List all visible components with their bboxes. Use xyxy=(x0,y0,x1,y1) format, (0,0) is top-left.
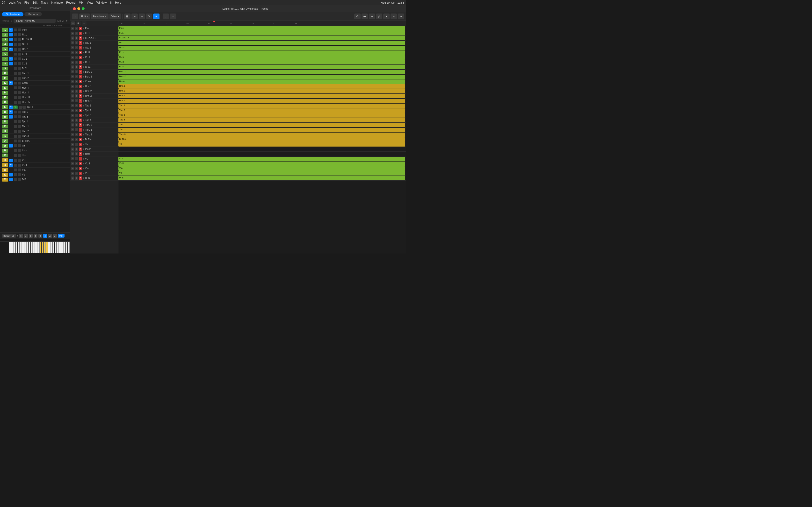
rec-btn-29[interactable]: R xyxy=(79,167,82,170)
num-1[interactable]: 1 xyxy=(53,234,57,238)
solo-btn-28[interactable]: S xyxy=(75,162,78,165)
div-track-6[interactable]: 6 E. H. xyxy=(0,52,70,56)
track-t-btn-17[interactable]: T xyxy=(9,106,13,109)
num-8[interactable]: 8 xyxy=(19,234,23,238)
white-key-19[interactable] xyxy=(50,242,52,253)
mute-btn-14[interactable]: M xyxy=(71,95,74,98)
div-track-22[interactable]: 22 Tbn. 2 xyxy=(0,129,70,134)
white-key-24[interactable] xyxy=(61,242,63,253)
menu-navigate[interactable]: Navigate xyxy=(51,1,63,4)
clip-12[interactable]: Hrn. 1 xyxy=(118,84,405,89)
rec-btn-24[interactable]: R xyxy=(79,143,82,146)
menu-track[interactable]: Track xyxy=(41,1,48,4)
solo-btn-12[interactable]: S xyxy=(75,85,78,88)
rec-btn-6[interactable]: R xyxy=(79,56,82,59)
white-key-10[interactable] xyxy=(31,242,33,253)
div-track-29[interactable]: 29T Vl. II xyxy=(0,163,70,168)
mute-btn-11[interactable]: M xyxy=(71,80,74,83)
white-key-1[interactable] xyxy=(11,242,13,253)
rec-btn-19[interactable]: R xyxy=(79,119,82,122)
clip-16[interactable]: Tpt. 1 xyxy=(118,104,405,108)
clip-29[interactable]: Vla. xyxy=(118,166,405,171)
div-track-9[interactable]: 9 B. Cl. xyxy=(0,66,70,71)
clip-31[interactable]: D. B. xyxy=(118,176,405,180)
mute-btn-15[interactable]: M xyxy=(71,99,74,102)
solo-btn-7[interactable]: S xyxy=(75,61,78,64)
div-track-23[interactable]: 23 Tbn. 3 xyxy=(0,134,70,138)
solo-btn-4[interactable]: S xyxy=(75,46,78,49)
rec-btn-11[interactable]: R xyxy=(79,80,82,83)
track-t-btn-29[interactable]: T xyxy=(9,163,13,167)
num-4[interactable]: 4 xyxy=(39,234,42,238)
mute-btn-9[interactable]: M xyxy=(71,70,74,73)
white-key-21[interactable] xyxy=(55,242,57,253)
back-skip-btn[interactable]: ⏮ xyxy=(361,13,368,19)
solo-btn-17[interactable]: S xyxy=(75,109,78,112)
add-track-btn[interactable]: + xyxy=(71,21,75,25)
clip-20[interactable]: Tbn. 1 xyxy=(118,123,405,127)
pencil-tool-btn[interactable]: ✏ xyxy=(139,13,145,19)
div-track-31[interactable]: 31T Vc. xyxy=(0,172,70,177)
clip-0[interactable]: Picc. xyxy=(118,26,405,31)
div-track-24[interactable]: 24 B. Tbn. xyxy=(0,138,70,144)
white-key-23[interactable] xyxy=(59,242,61,253)
clip-14[interactable]: Hrn. 3 xyxy=(118,94,405,98)
div-track-1[interactable]: 1T Picc. xyxy=(0,27,70,32)
solo-btn-25[interactable]: S xyxy=(75,148,78,151)
solo-btn-13[interactable]: S xyxy=(75,90,78,93)
solo-btn-18[interactable]: S xyxy=(75,114,78,117)
white-key-13[interactable] xyxy=(37,242,39,253)
clip-2[interactable]: Fl. 2/A. Fl. xyxy=(118,36,405,40)
track-t-btn-5[interactable]: T xyxy=(9,48,13,51)
menu-record[interactable]: Record xyxy=(66,1,75,4)
mute-btn-16[interactable]: M xyxy=(71,104,74,107)
clip-18[interactable]: Tpt. 3 xyxy=(118,113,405,118)
white-key-14[interactable] xyxy=(39,242,41,253)
div-track-20[interactable]: 20 Tpt. 4 xyxy=(0,119,70,124)
preset-name[interactable]: Island Theme 02 xyxy=(13,19,56,23)
tab-orchestrate[interactable]: Orchestrate xyxy=(2,12,23,16)
track-tr-btn-17[interactable]: TR xyxy=(13,106,18,109)
white-key-26[interactable] xyxy=(65,242,67,253)
div-track-30[interactable]: 30 Vla. xyxy=(0,168,70,172)
mute-btn-17[interactable]: M xyxy=(71,109,74,112)
div-track-19[interactable]: 19T Tpt. 3 xyxy=(0,114,70,119)
white-key-12[interactable] xyxy=(35,242,37,253)
rec-btn-31[interactable]: R xyxy=(79,176,82,180)
rec-btn-0[interactable]: R xyxy=(79,27,82,30)
clip-27[interactable]: Vl. I xyxy=(118,157,405,161)
solo-btn-5[interactable]: S xyxy=(75,51,78,54)
div-track-8[interactable]: 8T Cl. 2 xyxy=(0,61,70,66)
rec-btn-1[interactable]: R xyxy=(79,32,82,35)
white-key-3[interactable] xyxy=(15,242,17,253)
mute-btn-25[interactable]: M xyxy=(71,148,74,151)
mute-btn-4[interactable]: M xyxy=(71,46,74,49)
mute-btn-8[interactable]: M xyxy=(71,65,74,68)
mute-btn-30[interactable]: M xyxy=(71,172,74,175)
track-t-btn-3[interactable]: T xyxy=(9,38,13,41)
menu-8[interactable]: 8 xyxy=(110,1,112,4)
menu-view[interactable]: View xyxy=(87,1,93,4)
rec-btn-18[interactable]: R xyxy=(79,114,82,117)
div-track-28[interactable]: 28T Vl. I xyxy=(0,158,70,163)
rec-btn-22[interactable]: R xyxy=(79,133,82,136)
div-track-13[interactable]: 13 Horn I xyxy=(0,86,70,90)
white-key-27[interactable] xyxy=(68,242,69,253)
solo-btn-26[interactable]: S xyxy=(75,152,78,156)
solo-btn-2[interactable]: S xyxy=(75,37,78,40)
white-key-8[interactable] xyxy=(27,242,28,253)
left-arrow-btn[interactable]: ← xyxy=(391,13,397,19)
clip-6[interactable]: Cl. 1 xyxy=(118,55,405,60)
back-button[interactable]: ↑ xyxy=(72,13,78,19)
div-track-17[interactable]: 17TTR Tpt. 1 xyxy=(0,105,70,110)
solo-btn-11[interactable]: S xyxy=(75,80,78,83)
mute-btn-23[interactable]: M xyxy=(71,138,74,141)
solo-btn-21[interactable]: S xyxy=(75,128,78,131)
loop-btn[interactable]: ⟳ xyxy=(146,13,152,19)
clip-21[interactable]: Tbn. 2 xyxy=(118,128,405,132)
mute-btn-26[interactable]: M xyxy=(71,152,74,156)
solo-btn-0[interactable]: S xyxy=(75,27,78,30)
list-view-btn[interactable]: ≡ xyxy=(132,13,138,19)
track-t-btn-8[interactable]: T xyxy=(9,62,13,65)
clip-10[interactable]: Bsn. 2 xyxy=(118,74,405,79)
